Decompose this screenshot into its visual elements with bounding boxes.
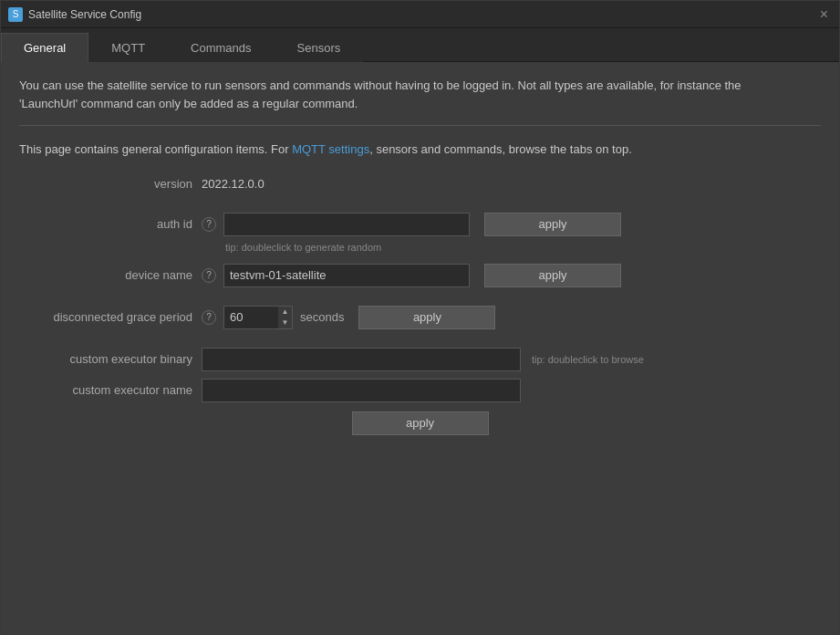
grace-period-spinbox: ▲ ▼ xyxy=(223,306,293,329)
app-icon: S xyxy=(8,7,23,22)
executor-name-row: custom executor name xyxy=(19,379,821,402)
grace-period-help-icon[interactable]: ? xyxy=(202,310,216,325)
version-label: version xyxy=(19,177,202,191)
page-info-prefix: This page contains general configuration… xyxy=(19,142,292,156)
tab-sensors[interactable]: Sensors xyxy=(275,33,364,62)
main-window: S Satellite Service Config × General MQT… xyxy=(0,0,840,635)
executor-name-input[interactable] xyxy=(202,379,521,402)
executor-section: custom executor binary tip: doubleclick … xyxy=(19,348,821,435)
content-area: You can use the satellite service to run… xyxy=(1,62,839,634)
auth-id-apply-button[interactable]: apply xyxy=(484,213,621,236)
executor-binary-label: custom executor binary xyxy=(19,352,202,366)
device-name-label: device name xyxy=(19,268,202,282)
info-line2: 'LaunchUrl' command can only be added as… xyxy=(19,97,358,110)
device-name-help-icon[interactable]: ? xyxy=(202,268,216,283)
divider xyxy=(19,125,821,126)
tab-commands[interactable]: Commands xyxy=(168,33,274,62)
title-bar-left: S Satellite Service Config xyxy=(8,7,141,22)
page-info: This page contains general configuration… xyxy=(19,141,821,159)
info-line1: You can use the satellite service to run… xyxy=(19,78,741,92)
close-button[interactable]: × xyxy=(816,7,832,22)
executor-name-label: custom executor name xyxy=(19,383,202,397)
window-title: Satellite Service Config xyxy=(28,8,141,21)
auth-id-help-icon[interactable]: ? xyxy=(202,217,216,232)
auth-id-label: auth id xyxy=(19,217,202,231)
executor-binary-input[interactable] xyxy=(202,348,521,371)
tab-mqtt[interactable]: MQTT xyxy=(88,33,168,62)
auth-id-row: auth id ? apply xyxy=(19,213,821,236)
spinbox-arrows: ▲ ▼ xyxy=(278,306,293,329)
info-block: You can use the satellite service to run… xyxy=(19,77,821,112)
grace-period-label: disconnected grace period xyxy=(19,310,202,324)
grace-period-row: disconnected grace period ? ▲ ▼ seconds … xyxy=(19,306,821,329)
executor-binary-tip: tip: doubleclick to browse xyxy=(532,354,644,365)
device-name-row: device name ? apply xyxy=(19,264,821,287)
version-row: version 2022.12.0.0 xyxy=(19,177,821,191)
page-info-suffix: , sensors and commands, browse the tabs … xyxy=(369,142,632,156)
executor-apply-row: apply xyxy=(19,411,821,435)
device-name-input[interactable] xyxy=(223,264,470,287)
spinbox-up-arrow[interactable]: ▲ xyxy=(278,307,292,318)
auth-id-input[interactable] xyxy=(223,213,470,236)
grace-period-apply-button[interactable]: apply xyxy=(358,306,495,329)
device-name-apply-button[interactable]: apply xyxy=(484,264,621,287)
auth-id-tip: tip: doubleclick to generate random xyxy=(225,242,381,253)
spinbox-down-arrow[interactable]: ▼ xyxy=(278,318,292,328)
executor-apply-button[interactable]: apply xyxy=(352,411,489,435)
tab-bar: General MQTT Commands Sensors xyxy=(1,28,839,62)
seconds-label: seconds xyxy=(300,310,344,324)
tab-general[interactable]: General xyxy=(1,33,88,62)
auth-id-tip-row: tip: doubleclick to generate random xyxy=(218,242,821,253)
mqtt-link[interactable]: MQTT settings xyxy=(292,142,369,156)
title-bar: S Satellite Service Config × xyxy=(1,1,839,28)
version-value: 2022.12.0.0 xyxy=(202,177,264,191)
grace-period-input[interactable] xyxy=(223,306,278,329)
executor-binary-row: custom executor binary tip: doubleclick … xyxy=(19,348,821,371)
